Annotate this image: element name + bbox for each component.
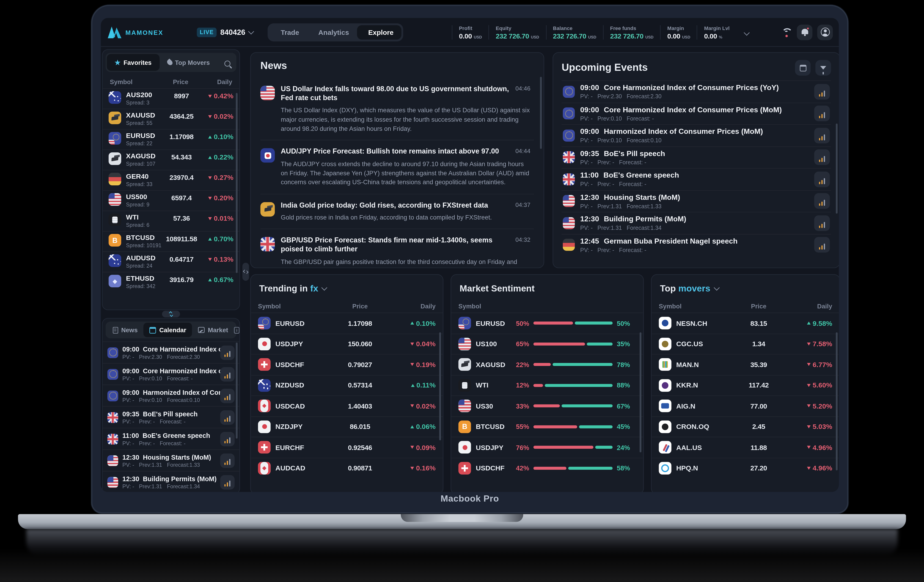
- watchlist-row[interactable]: AUDUSD Spread: 24 0.64717 0.13%: [103, 251, 239, 272]
- trending-row[interactable]: USDCAD 1.40403 0.02%: [251, 395, 443, 416]
- upcoming-event-row[interactable]: 09:00Core Harmonized Index of Consumer P…: [562, 102, 831, 124]
- top-mover-row[interactable]: NESN.CH 83.15 9.58%: [652, 313, 839, 333]
- sentiment-row[interactable]: XAGUSD 22% 78%: [451, 354, 643, 374]
- calendar-event-row[interactable]: 12:30Building Permits (MoM) PV: - Prev:1…: [103, 471, 239, 492]
- event-impact-button[interactable]: [220, 410, 235, 425]
- calendar-event-row[interactable]: 09:00Core Harmonized Index of... PV: - P…: [103, 363, 239, 384]
- trending-category: fx: [310, 283, 318, 293]
- trending-row[interactable]: NZDUSD 0.57314 0.11%: [251, 374, 443, 395]
- watchlist-row[interactable]: GER40 Spread: 33 23970.4 0.27%: [103, 170, 239, 190]
- upcoming-event-row[interactable]: 09:00Harmonized Index of Consumer Prices…: [562, 124, 831, 146]
- top-mover-row[interactable]: KKR.N 117.42 5.60%: [652, 374, 839, 395]
- sentiment-scrollbar[interactable]: [640, 332, 642, 452]
- watchlist-row[interactable]: EURUSD Spread: 22 1.17098 0.10%: [103, 129, 239, 149]
- trending-row[interactable]: USDCHF 0.79027 0.19%: [251, 354, 443, 374]
- event-impact-button[interactable]: [220, 367, 235, 381]
- trending-row[interactable]: EURCHF 0.92546 0.09%: [251, 437, 443, 457]
- event-impact-button[interactable]: [814, 128, 830, 143]
- trending-scrollbar[interactable]: [439, 332, 441, 440]
- watchlist-row[interactable]: BTCUSD Spread: 10191 108911.58 0.70%: [103, 231, 239, 251]
- top-movers-scrollbar[interactable]: [836, 332, 838, 470]
- filter-button[interactable]: [815, 60, 831, 76]
- trending-row[interactable]: NZDJPY 86.015 0.06%: [251, 416, 443, 437]
- news-scrollbar[interactable]: [540, 77, 542, 149]
- account-stat: Equity 232 726.70USD: [488, 25, 546, 40]
- event-impact-button[interactable]: [814, 150, 830, 165]
- watchlist-row[interactable]: WTI Spread: 6 57.36 0.01%: [103, 211, 239, 231]
- calendar-event-row[interactable]: 09:00Harmonized Index of Consumer... PV:…: [103, 384, 239, 406]
- top-mover-row[interactable]: AIG.N 77.00 5.20%: [652, 395, 839, 416]
- sentiment-row[interactable]: USDJPY 76% 24%: [451, 437, 643, 457]
- top-mover-row[interactable]: CRON.OQ 2.45 5.03%: [652, 416, 839, 437]
- upcoming-event-row[interactable]: 12:45German Buba President Nagel speech …: [562, 234, 831, 256]
- trending-row[interactable]: AUDCAD 0.90871 0.16%: [251, 457, 443, 478]
- upcoming-event-row[interactable]: 09:35BoE's Pill speech PV: - Prev: - For…: [562, 146, 831, 168]
- upcoming-event-row[interactable]: 11:00BoE's Greene speech PV: - Prev: - F…: [562, 168, 831, 190]
- event-impact-button[interactable]: [220, 432, 235, 446]
- event-impact-button[interactable]: [220, 388, 235, 403]
- upcoming-event-row[interactable]: 09:00Core Harmonized Index of Consumer P…: [562, 81, 831, 102]
- watchlist-row[interactable]: XAUUSD Spread: 55 4364.25 0.02%: [103, 109, 239, 129]
- tab-news[interactable]: News: [107, 323, 144, 337]
- daily-change: 5.20%: [796, 402, 832, 409]
- top-mover-row[interactable]: AAL.US 11.88 4.96%: [652, 437, 839, 457]
- mini-panel-scrollbar[interactable]: [236, 343, 238, 439]
- event-impact-button[interactable]: [220, 453, 235, 468]
- upcoming-event-row[interactable]: 12:30Building Permits (MoM) PV: - Prev:1…: [562, 212, 831, 234]
- event-impact-button[interactable]: [220, 475, 235, 489]
- watchlist-row[interactable]: XAGUSD Spread: 107 54.343 0.22%: [103, 149, 239, 170]
- event-impact-button[interactable]: [814, 171, 830, 187]
- event-impact-button[interactable]: [220, 345, 235, 360]
- calendar-event-row[interactable]: 11:00BoE's Greene speech PV: - Prev: - F…: [103, 428, 239, 449]
- nav-tab[interactable]: Analytics: [307, 25, 357, 40]
- events-scrollbar[interactable]: [836, 124, 838, 214]
- stats-expand-chevron-icon[interactable]: [744, 30, 750, 36]
- profile-button[interactable]: [817, 24, 833, 40]
- event-impact-button[interactable]: [814, 215, 830, 231]
- trending-row[interactable]: USDJPY 150.060 0.04%: [251, 333, 443, 354]
- vertical-resize-handle[interactable]: [162, 311, 180, 317]
- trending-row[interactable]: EURUSD 1.17098 0.10%: [251, 313, 443, 333]
- watchlist-scrollbar[interactable]: [236, 93, 238, 273]
- sentiment-row[interactable]: US100 65% 35%: [451, 333, 643, 354]
- top-mover-row[interactable]: MAN.N 35.39 6.77%: [652, 354, 839, 374]
- calendar-event-row[interactable]: 12:30Housing Starts (MoM) PV: - Prev:1.3…: [103, 449, 239, 471]
- direction-triangle-icon: [807, 322, 811, 325]
- sentiment-row[interactable]: US30 33% 67%: [451, 395, 643, 416]
- tab-favorites[interactable]: ★ Favorites: [107, 54, 159, 71]
- nav-tab[interactable]: Trade: [269, 25, 307, 40]
- nav-tab[interactable]: Explore: [357, 25, 401, 40]
- chevron-down-icon[interactable]: [322, 284, 327, 290]
- sidebar-resize-handle[interactable]: [243, 263, 249, 281]
- sentiment-row[interactable]: USDCHF 42% 58%: [451, 457, 643, 478]
- news-article[interactable]: India Gold price today: Gold rises, acco…: [260, 194, 534, 229]
- account-selector[interactable]: LIVE 840426: [197, 27, 253, 37]
- notification-dot: [806, 27, 809, 30]
- event-impact-button[interactable]: [814, 84, 830, 99]
- calendar-event-row[interactable]: 09:00Core Harmonized Index of... PV: - P…: [103, 341, 239, 363]
- tab-top-movers[interactable]: Top Movers: [159, 54, 218, 71]
- calendar-view-button[interactable]: [795, 60, 810, 76]
- top-mover-row[interactable]: CGC.US 1.34 7.58%: [652, 333, 839, 354]
- chevron-down-icon[interactable]: [714, 284, 719, 290]
- top-mover-row[interactable]: HPQ.N 27.20 4.96%: [652, 457, 839, 478]
- tab-calendar[interactable]: Calendar: [144, 323, 192, 337]
- watchlist-row[interactable]: AUS200 Spread: 3 8997 0.42%: [103, 88, 239, 109]
- event-impact-button[interactable]: [814, 193, 830, 209]
- news-article[interactable]: US Dollar Index falls toward 98.00 due t…: [260, 78, 534, 140]
- watchlist-row[interactable]: US500 Spread: 9 6597.4 0.20%: [103, 190, 239, 211]
- notifications-button[interactable]: [797, 24, 812, 40]
- stat-label: Free funds: [610, 25, 653, 31]
- news-article[interactable]: AUD/JPY Price Forecast: Bullish tone rem…: [260, 140, 534, 194]
- news-article[interactable]: GBP/USD Price Forecast: Stands firm near…: [260, 229, 534, 268]
- event-impact-button[interactable]: [814, 106, 830, 121]
- calendar-event-row[interactable]: 09:35BoE's Pill speech PV: - Prev: - For…: [103, 406, 239, 428]
- upcoming-event-row[interactable]: 12:30Housing Starts (MoM) PV: - Prev:1.3…: [562, 190, 831, 212]
- event-impact-button[interactable]: [814, 237, 830, 253]
- search-button[interactable]: [224, 58, 235, 67]
- tab-market[interactable]: Market: [192, 323, 234, 337]
- sentiment-row[interactable]: BTCUSD 55% 45%: [451, 416, 643, 437]
- sentiment-row[interactable]: EURUSD 50% 50%: [451, 313, 643, 333]
- sentiment-row[interactable]: WTI 12% 88%: [451, 374, 643, 395]
- watchlist-row[interactable]: ETHUSD Spread: 342 3916.79 0.67%: [103, 272, 239, 292]
